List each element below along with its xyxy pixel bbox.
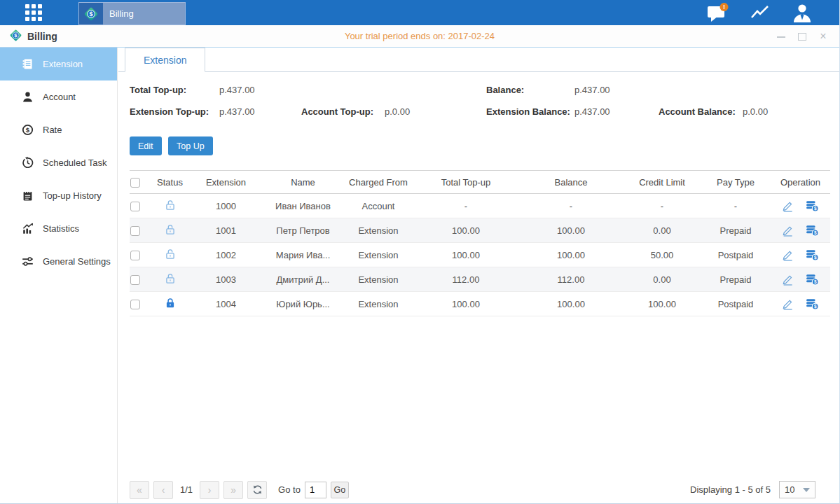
stats-arrow-icon	[21, 223, 34, 235]
top-up-coins-icon[interactable]: $	[806, 249, 819, 261]
person-icon	[21, 91, 34, 104]
pay-type-cell: Prepaid	[701, 218, 771, 243]
sidebar-item-rate[interactable]: $ Rate	[0, 113, 117, 146]
sidebar-item-scheduled-task[interactable]: Scheduled Task	[0, 146, 117, 179]
svg-text:$: $	[814, 304, 817, 309]
balance-cell: 100.00	[518, 243, 624, 267]
sidebar-item-extension[interactable]: Extension	[0, 48, 117, 80]
table-row: 1002 Мария Ива... Extension 100.00 100.0…	[130, 243, 830, 267]
column-header-credit-limit: Credit Limit	[624, 171, 701, 194]
extension-cell: 1000	[189, 194, 263, 218]
row-checkbox[interactable]	[130, 251, 140, 260]
table-row: 1000 Иван Иванов Account - - - - $	[130, 194, 830, 218]
select-all-checkbox[interactable]	[130, 178, 140, 188]
row-checkbox[interactable]	[130, 226, 140, 236]
unlocked-padlock-icon	[165, 248, 176, 260]
maximize-icon[interactable]	[797, 31, 807, 41]
sliders-icon	[21, 255, 34, 268]
credit-limit-cell: -	[624, 194, 701, 218]
page-size-select[interactable]: 10	[779, 481, 815, 498]
billing-diamond-icon-small: $	[9, 29, 22, 45]
top-up-coins-icon[interactable]: $	[806, 225, 819, 237]
balance-cell: -	[518, 194, 624, 218]
refresh-button[interactable]	[247, 481, 267, 499]
sidebar-item-label: Top-up History	[43, 190, 102, 201]
chevron-down-icon	[803, 488, 810, 492]
sidebar-item-general-settings[interactable]: General Settings	[0, 245, 117, 278]
column-header-pay-type: Pay Type	[701, 171, 771, 194]
total-topup-value: p.437.00	[219, 85, 255, 95]
svg-text:!: !	[723, 4, 725, 10]
balance-cell: 100.00	[518, 218, 624, 243]
edit-pencil-icon[interactable]	[782, 200, 794, 212]
top-up-coins-icon[interactable]: $	[806, 200, 819, 212]
row-checkbox[interactable]	[130, 202, 140, 211]
page-size-value: 10	[785, 484, 794, 495]
main-content: Extension Total Top-up: p.437.00 Balance…	[118, 48, 839, 503]
column-header-charged-from: Charged From	[343, 171, 413, 194]
sidebar-item-account[interactable]: Account	[0, 80, 117, 113]
extension-table-body: 1000 Иван Иванов Account - - - - $	[130, 194, 830, 316]
credit-limit-cell: 0.00	[624, 267, 701, 292]
charged-from-cell: Extension	[343, 218, 413, 243]
row-checkbox[interactable]	[130, 300, 140, 309]
extension-cell: 1001	[189, 218, 263, 243]
edit-pencil-icon[interactable]	[782, 274, 794, 286]
statistics-chart-icon[interactable]	[750, 4, 771, 22]
total-topup-label: Total Top-up:	[130, 85, 186, 95]
top-up-coins-icon[interactable]: $	[806, 274, 819, 286]
svg-text:$: $	[14, 32, 18, 38]
page-indicator: 1/1	[177, 484, 195, 495]
go-button[interactable]: Go	[331, 482, 349, 498]
unlocked-padlock-icon	[165, 200, 176, 211]
name-cell: Дмитрий Д...	[263, 267, 343, 292]
balance-value: p.437.00	[574, 85, 610, 95]
user-account-icon[interactable]	[792, 3, 813, 23]
billing-app-window: $ Billing !	[0, 0, 840, 504]
extension-balance-label: Extension Balance:	[486, 106, 570, 117]
column-header-extension: Extension	[189, 171, 263, 194]
goto-label: Go to	[278, 484, 301, 495]
topbar-tab-billing[interactable]: $ Billing	[78, 2, 186, 25]
first-page-button[interactable]: «	[130, 481, 149, 499]
minimize-icon[interactable]	[776, 31, 786, 41]
charged-from-cell: Extension	[343, 243, 413, 267]
locked-padlock-icon	[165, 298, 176, 309]
name-cell: Юрий Юрь...	[263, 292, 343, 316]
svg-text:$: $	[89, 10, 92, 18]
sidebar-item-topup-history[interactable]: Top-up History	[0, 179, 117, 212]
top-up-coins-icon[interactable]: $	[806, 298, 819, 310]
prev-page-button[interactable]: ‹	[153, 481, 173, 499]
pay-type-cell: -	[701, 194, 771, 218]
last-page-button[interactable]: »	[223, 481, 243, 499]
svg-text:$: $	[814, 255, 817, 260]
unlocked-padlock-icon	[165, 224, 176, 235]
edit-pencil-icon[interactable]	[782, 249, 794, 261]
app-launcher-icon[interactable]	[25, 4, 42, 21]
tab-bar: Extension	[118, 48, 839, 72]
table-header-row: StatusExtensionNameCharged FromTotal Top…	[130, 171, 830, 194]
messages-icon[interactable]: !	[706, 2, 729, 23]
close-icon[interactable]: ×	[818, 31, 828, 41]
sidebar-item-label: Extension	[43, 59, 83, 69]
edit-button[interactable]: Edit	[130, 136, 162, 155]
unlocked-padlock-icon	[165, 273, 176, 284]
extension-balance-value: p.437.00	[574, 106, 610, 117]
account-topup-label: Account Top-up:	[301, 106, 373, 117]
sidebar-item-label: Rate	[43, 125, 62, 135]
topbar-tab-label: Billing	[103, 8, 134, 19]
column-header-total-top-up: Total Top-up	[413, 171, 518, 194]
top-up-button[interactable]: Top Up	[168, 136, 213, 155]
extension-cell: 1002	[189, 243, 263, 267]
history-clock-icon	[21, 157, 34, 169]
tab-extension[interactable]: Extension	[125, 48, 205, 72]
row-checkbox[interactable]	[130, 275, 140, 285]
sidebar-item-statistics[interactable]: Statistics	[0, 212, 117, 245]
next-page-button[interactable]: ›	[200, 481, 219, 499]
goto-page-input[interactable]	[305, 482, 326, 498]
edit-pencil-icon[interactable]	[782, 225, 794, 237]
credit-limit-cell: 50.00	[624, 243, 701, 267]
edit-pencil-icon[interactable]	[782, 298, 794, 310]
charged-from-cell: Account	[343, 194, 413, 218]
refresh-icon	[252, 484, 263, 495]
